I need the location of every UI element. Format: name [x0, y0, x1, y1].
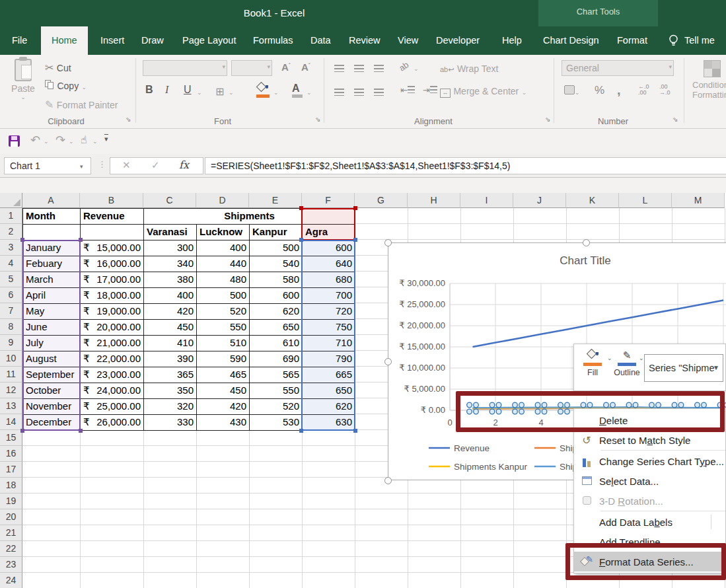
- range-fill-handle[interactable]: [299, 429, 303, 433]
- range-fill-handle[interactable]: [20, 429, 24, 433]
- wrap-text-button[interactable]: ab↩ Wrap Text: [440, 63, 498, 75]
- cell-shipment-value[interactable]: 365: [144, 367, 197, 383]
- accounting-format-icon[interactable]: ⌄: [564, 85, 580, 97]
- row-header-19[interactable]: 19: [0, 494, 22, 509]
- column-header-D[interactable]: D: [196, 193, 249, 208]
- menu-item-format-data-series[interactable]: ✎Format Data Series...: [574, 552, 725, 571]
- format-painter-button[interactable]: ✎ Format Painter: [45, 98, 118, 111]
- tab-page-layout[interactable]: Page Layout: [182, 26, 236, 55]
- cell-month[interactable]: January: [23, 240, 81, 256]
- row-header-7[interactable]: 7: [0, 303, 22, 319]
- cell-shipment-value[interactable]: 340: [144, 256, 197, 272]
- outline-button[interactable]: ✎ Outline: [614, 349, 640, 377]
- enter-icon[interactable]: ✓: [151, 159, 160, 171]
- row-header-21[interactable]: 21: [0, 525, 22, 541]
- range-fill-handle[interactable]: [299, 206, 303, 210]
- save-icon[interactable]: [8, 135, 20, 147]
- cancel-icon[interactable]: ✕: [122, 159, 131, 171]
- row-header-23[interactable]: 23: [0, 557, 22, 573]
- cell-shipment-value[interactable]: 650: [250, 320, 303, 336]
- tab-review[interactable]: Review: [349, 26, 381, 55]
- paste-button[interactable]: Paste ⌄: [8, 59, 38, 100]
- select-all-button[interactable]: [0, 193, 22, 208]
- name-box[interactable]: Chart 1 ▾: [4, 157, 91, 174]
- underline-button[interactable]: U: [184, 84, 192, 96]
- name-box-resize-handle[interactable]: ⋮: [98, 159, 106, 169]
- tell-me-tab[interactable]: Tell me: [669, 26, 715, 55]
- row-header-1[interactable]: 1: [0, 208, 22, 224]
- cell-shipment-value[interactable]: 630: [303, 415, 355, 431]
- row-header-14[interactable]: 14: [0, 414, 22, 430]
- cell-shipment-value[interactable]: 650: [303, 383, 355, 399]
- cell-shipments-header[interactable]: Shipments: [144, 209, 355, 225]
- cell-shipment-value[interactable]: 720: [303, 304, 355, 320]
- tab-view[interactable]: View: [398, 26, 418, 55]
- range-fill-handle[interactable]: [79, 238, 83, 242]
- cell-shipment-value[interactable]: 480: [197, 272, 250, 288]
- redo-icon[interactable]: ↷: [55, 133, 65, 147]
- column-header-J[interactable]: J: [513, 193, 566, 208]
- cell-shipment-value[interactable]: 565: [250, 367, 303, 383]
- cell-shipment-value[interactable]: 690: [250, 351, 303, 367]
- font-size-combo[interactable]: ▾: [231, 60, 272, 76]
- fill-color-dropdown-icon[interactable]: ⌄: [273, 89, 279, 96]
- row-header-12[interactable]: 12: [0, 383, 22, 398]
- borders-dropdown-icon[interactable]: ⌄: [229, 89, 234, 96]
- cell-revenue[interactable]: ₹17,000.00: [81, 272, 144, 288]
- bold-button[interactable]: B: [145, 84, 153, 96]
- column-header-G[interactable]: G: [355, 193, 408, 208]
- cell-shipment-value[interactable]: 540: [250, 256, 303, 272]
- chart-resize-handle[interactable]: [384, 239, 392, 246]
- cell-shipment-value[interactable]: 400: [197, 240, 250, 256]
- cell-month[interactable]: September: [23, 367, 81, 383]
- cell-shipment-value[interactable]: 520: [197, 304, 250, 320]
- cell-month[interactable]: October: [23, 383, 81, 399]
- chart-resize-handle[interactable]: [384, 358, 392, 365]
- cell-revenue[interactable]: ₹19,000.00: [81, 304, 144, 320]
- tab-help[interactable]: Help: [502, 26, 522, 55]
- undo-icon[interactable]: ↶: [30, 133, 40, 147]
- range-fill-handle[interactable]: [353, 238, 357, 242]
- touch-mode-dropdown-icon[interactable]: ⌄: [92, 138, 98, 145]
- align-left-icon[interactable]: [334, 87, 344, 98]
- cell-month-header[interactable]: Month: [23, 209, 81, 225]
- cell-shipment-value[interactable]: 550: [197, 320, 250, 336]
- cell-shipment-value[interactable]: 400: [144, 288, 197, 304]
- tab-home[interactable]: Home: [41, 26, 88, 55]
- cell-empty[interactable]: [23, 225, 81, 240]
- cell-shipment-value[interactable]: 790: [303, 351, 355, 367]
- cell-shipment-value[interactable]: 580: [250, 272, 303, 288]
- cell-shipment-value[interactable]: 430: [197, 415, 250, 431]
- row-header-6[interactable]: 6: [0, 287, 22, 303]
- tab-insert[interactable]: Insert: [100, 26, 124, 55]
- cell-month[interactable]: May: [23, 304, 81, 320]
- menu-item-delete[interactable]: Delete: [574, 410, 725, 430]
- customize-qat-icon[interactable]: ▾: [104, 134, 108, 143]
- cell-shipment-value[interactable]: 600: [250, 288, 303, 304]
- fill-dropdown-icon[interactable]: ⌄: [607, 355, 612, 361]
- cell-shipment-value[interactable]: 450: [144, 320, 197, 336]
- tab-formulas[interactable]: Formulas: [253, 26, 293, 55]
- increase-indent-icon[interactable]: ⇥: [423, 85, 437, 95]
- row-header-16[interactable]: 16: [0, 446, 22, 462]
- cell-shipment-value[interactable]: 510: [197, 336, 250, 351]
- cell-month[interactable]: August: [23, 351, 81, 367]
- legend-label[interactable]: Revenue: [454, 443, 490, 453]
- align-center-icon[interactable]: [354, 87, 364, 98]
- menu-item-add-trendline[interactable]: Add Trendline...: [574, 532, 725, 552]
- menu-item-add-data-labels[interactable]: Add Data Labels: [574, 512, 725, 532]
- cell-month[interactable]: March: [23, 272, 81, 288]
- cut-button[interactable]: ✂ Cut: [45, 61, 71, 74]
- cell-shipment-value[interactable]: 320: [144, 399, 197, 415]
- decrease-font-icon[interactable]: Aˇ: [301, 61, 310, 73]
- conditional-formatting-button[interactable]: Conditional Formatting: [692, 60, 726, 100]
- menu-item-select-data[interactable]: Select Data...: [574, 471, 725, 491]
- font-dialog-launcher[interactable]: ⇘: [315, 116, 320, 123]
- font-name-combo[interactable]: ▾: [143, 60, 227, 76]
- tab-draw[interactable]: Draw: [141, 26, 164, 55]
- orientation-dropdown-icon[interactable]: ⌄: [414, 65, 419, 72]
- font-color-button[interactable]: A: [292, 83, 303, 98]
- row-header-17[interactable]: 17: [0, 462, 22, 478]
- font-color-dropdown-icon[interactable]: ⌄: [307, 89, 312, 96]
- column-header-K[interactable]: K: [566, 193, 619, 208]
